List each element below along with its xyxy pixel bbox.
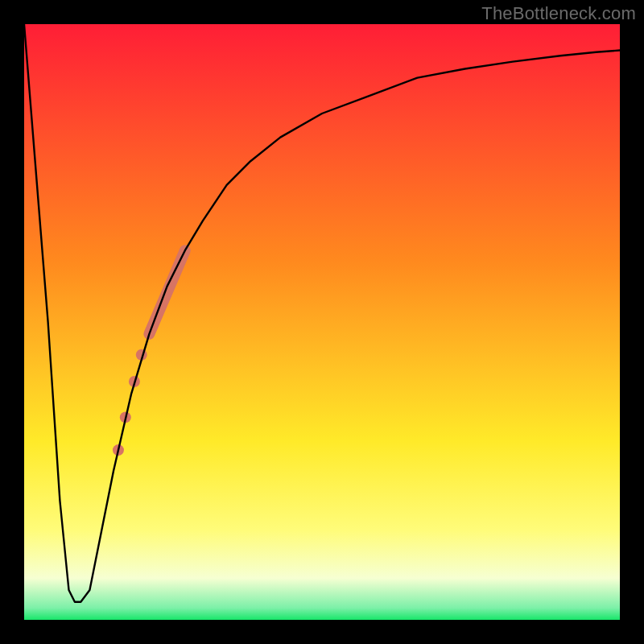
chart-container: TheBottleneck.com [0, 0, 644, 644]
attribution-label: TheBottleneck.com [481, 3, 636, 24]
bottleneck-chart [0, 0, 644, 644]
